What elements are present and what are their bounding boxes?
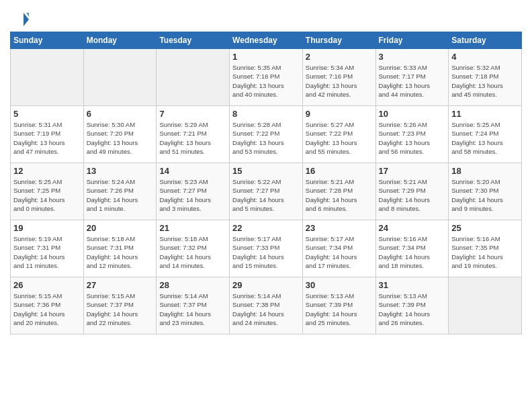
day-info: Sunrise: 5:32 AM Sunset: 7:18 PM Dayligh… [451, 63, 519, 99]
day-info: Sunrise: 5:24 AM Sunset: 7:26 PM Dayligh… [87, 177, 154, 213]
calendar-cell: 31Sunrise: 5:13 AM Sunset: 7:39 PM Dayli… [375, 277, 449, 334]
day-number: 19 [13, 223, 81, 233]
calendar-table: SundayMondayTuesdayWednesdayThursdayFrid… [10, 32, 522, 334]
day-info: Sunrise: 5:26 AM Sunset: 7:23 PM Dayligh… [379, 120, 446, 156]
calendar-week-row: 1Sunrise: 5:35 AM Sunset: 7:16 PM Daylig… [11, 49, 522, 106]
calendar-cell: 8Sunrise: 5:28 AM Sunset: 7:22 PM Daylig… [230, 106, 303, 163]
weekday-header-tuesday: Tuesday [157, 32, 230, 49]
day-number: 24 [379, 223, 446, 233]
calendar-cell: 10Sunrise: 5:26 AM Sunset: 7:23 PM Dayli… [375, 106, 449, 163]
day-number: 23 [306, 223, 373, 233]
calendar-cell: 7Sunrise: 5:29 AM Sunset: 7:21 PM Daylig… [157, 106, 230, 163]
day-number: 3 [379, 52, 446, 62]
calendar-cell: 22Sunrise: 5:17 AM Sunset: 7:33 PM Dayli… [230, 220, 303, 277]
day-info: Sunrise: 5:16 AM Sunset: 7:34 PM Dayligh… [379, 234, 446, 270]
weekday-header-saturday: Saturday [449, 32, 522, 49]
calendar-cell [83, 49, 157, 106]
weekday-header-friday: Friday [375, 32, 449, 49]
calendar-cell: 25Sunrise: 5:16 AM Sunset: 7:35 PM Dayli… [449, 220, 522, 277]
day-info: Sunrise: 5:19 AM Sunset: 7:31 PM Dayligh… [13, 234, 81, 270]
day-number: 2 [306, 52, 373, 62]
day-info: Sunrise: 5:21 AM Sunset: 7:29 PM Dayligh… [379, 177, 446, 213]
calendar-cell: 3Sunrise: 5:33 AM Sunset: 7:17 PM Daylig… [375, 49, 449, 106]
day-number: 11 [451, 109, 519, 119]
calendar-cell: 6Sunrise: 5:30 AM Sunset: 7:20 PM Daylig… [83, 106, 157, 163]
day-number: 6 [87, 109, 154, 119]
calendar-cell: 12Sunrise: 5:25 AM Sunset: 7:25 PM Dayli… [11, 163, 84, 220]
day-number: 7 [159, 109, 226, 119]
day-number: 30 [306, 280, 373, 290]
calendar-cell: 17Sunrise: 5:21 AM Sunset: 7:29 PM Dayli… [375, 163, 449, 220]
day-info: Sunrise: 5:17 AM Sunset: 7:34 PM Dayligh… [306, 234, 373, 270]
day-number: 10 [379, 109, 446, 119]
calendar-cell: 14Sunrise: 5:23 AM Sunset: 7:27 PM Dayli… [157, 163, 230, 220]
calendar-cell: 26Sunrise: 5:15 AM Sunset: 7:36 PM Dayli… [11, 277, 84, 334]
day-number: 14 [159, 166, 226, 176]
calendar-cell: 19Sunrise: 5:19 AM Sunset: 7:31 PM Dayli… [11, 220, 84, 277]
calendar-cell: 18Sunrise: 5:20 AM Sunset: 7:30 PM Dayli… [449, 163, 522, 220]
calendar-cell: 11Sunrise: 5:25 AM Sunset: 7:24 PM Dayli… [449, 106, 522, 163]
day-info: Sunrise: 5:16 AM Sunset: 7:35 PM Dayligh… [451, 234, 519, 270]
logo-icon [10, 10, 29, 29]
day-number: 31 [379, 280, 446, 290]
day-info: Sunrise: 5:18 AM Sunset: 7:31 PM Dayligh… [87, 234, 154, 270]
day-info: Sunrise: 5:23 AM Sunset: 7:27 PM Dayligh… [159, 177, 226, 213]
calendar-week-row: 19Sunrise: 5:19 AM Sunset: 7:31 PM Dayli… [11, 220, 522, 277]
day-number: 22 [232, 223, 300, 233]
day-info: Sunrise: 5:35 AM Sunset: 7:16 PM Dayligh… [232, 63, 300, 99]
day-number: 15 [232, 166, 300, 176]
day-info: Sunrise: 5:30 AM Sunset: 7:20 PM Dayligh… [87, 120, 154, 156]
day-info: Sunrise: 5:17 AM Sunset: 7:33 PM Dayligh… [232, 234, 300, 270]
day-info: Sunrise: 5:25 AM Sunset: 7:24 PM Dayligh… [451, 120, 519, 156]
day-info: Sunrise: 5:15 AM Sunset: 7:36 PM Dayligh… [13, 291, 81, 327]
day-number: 8 [232, 109, 300, 119]
day-number: 26 [13, 280, 81, 290]
calendar-week-row: 12Sunrise: 5:25 AM Sunset: 7:25 PM Dayli… [11, 163, 522, 220]
calendar-cell: 16Sunrise: 5:21 AM Sunset: 7:28 PM Dayli… [302, 163, 375, 220]
day-number: 28 [159, 280, 226, 290]
day-number: 5 [13, 109, 81, 119]
weekday-header-wednesday: Wednesday [230, 32, 303, 49]
day-info: Sunrise: 5:15 AM Sunset: 7:37 PM Dayligh… [87, 291, 154, 327]
weekday-header-sunday: Sunday [11, 32, 84, 49]
day-number: 20 [87, 223, 154, 233]
header [10, 7, 522, 29]
calendar-week-row: 26Sunrise: 5:15 AM Sunset: 7:36 PM Dayli… [11, 277, 522, 334]
day-number: 13 [87, 166, 154, 176]
logo [10, 10, 32, 29]
day-info: Sunrise: 5:14 AM Sunset: 7:38 PM Dayligh… [232, 291, 300, 327]
calendar-cell [157, 49, 230, 106]
day-number: 21 [159, 223, 226, 233]
day-info: Sunrise: 5:21 AM Sunset: 7:28 PM Dayligh… [306, 177, 373, 213]
calendar-cell: 30Sunrise: 5:13 AM Sunset: 7:39 PM Dayli… [302, 277, 375, 334]
day-info: Sunrise: 5:25 AM Sunset: 7:25 PM Dayligh… [13, 177, 81, 213]
calendar-cell [449, 277, 522, 334]
day-number: 27 [87, 280, 154, 290]
day-info: Sunrise: 5:28 AM Sunset: 7:22 PM Dayligh… [232, 120, 300, 156]
day-info: Sunrise: 5:34 AM Sunset: 7:16 PM Dayligh… [306, 63, 373, 99]
day-number: 1 [232, 52, 300, 62]
calendar-cell: 15Sunrise: 5:22 AM Sunset: 7:27 PM Dayli… [230, 163, 303, 220]
day-info: Sunrise: 5:22 AM Sunset: 7:27 PM Dayligh… [232, 177, 300, 213]
day-info: Sunrise: 5:27 AM Sunset: 7:22 PM Dayligh… [306, 120, 373, 156]
weekday-header-monday: Monday [83, 32, 157, 49]
calendar-cell: 5Sunrise: 5:31 AM Sunset: 7:19 PM Daylig… [11, 106, 84, 163]
calendar-cell: 23Sunrise: 5:17 AM Sunset: 7:34 PM Dayli… [302, 220, 375, 277]
day-info: Sunrise: 5:20 AM Sunset: 7:30 PM Dayligh… [451, 177, 519, 213]
day-info: Sunrise: 5:18 AM Sunset: 7:32 PM Dayligh… [159, 234, 226, 270]
calendar-cell: 21Sunrise: 5:18 AM Sunset: 7:32 PM Dayli… [157, 220, 230, 277]
day-number: 4 [451, 52, 519, 62]
day-number: 16 [306, 166, 373, 176]
day-info: Sunrise: 5:29 AM Sunset: 7:21 PM Dayligh… [159, 120, 226, 156]
day-info: Sunrise: 5:13 AM Sunset: 7:39 PM Dayligh… [306, 291, 373, 327]
day-number: 29 [232, 280, 300, 290]
calendar-cell: 24Sunrise: 5:16 AM Sunset: 7:34 PM Dayli… [375, 220, 449, 277]
calendar-cell: 27Sunrise: 5:15 AM Sunset: 7:37 PM Dayli… [83, 277, 157, 334]
calendar-cell: 20Sunrise: 5:18 AM Sunset: 7:31 PM Dayli… [83, 220, 157, 277]
calendar-cell: 9Sunrise: 5:27 AM Sunset: 7:22 PM Daylig… [302, 106, 375, 163]
calendar-cell: 13Sunrise: 5:24 AM Sunset: 7:26 PM Dayli… [83, 163, 157, 220]
day-info: Sunrise: 5:33 AM Sunset: 7:17 PM Dayligh… [379, 63, 446, 99]
day-number: 25 [451, 223, 519, 233]
calendar-cell: 28Sunrise: 5:14 AM Sunset: 7:37 PM Dayli… [157, 277, 230, 334]
day-number: 17 [379, 166, 446, 176]
